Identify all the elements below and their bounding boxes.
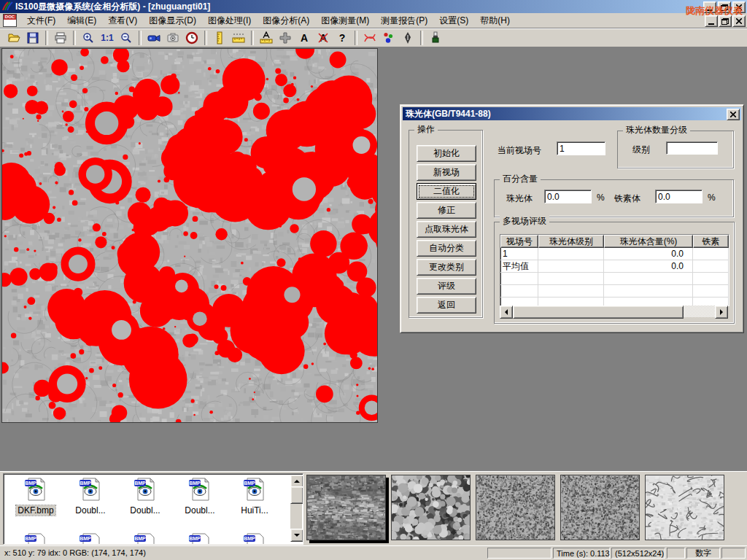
thumbnail-2[interactable]: [391, 475, 471, 540]
table-row[interactable]: 平均值 0.0: [500, 260, 729, 273]
menu-image-process[interactable]: 图像处理(I): [202, 13, 257, 28]
svg-text:BMP: BMP: [189, 481, 201, 486]
col-pearlite-level[interactable]: 珠光体级别: [538, 235, 604, 248]
menu-image-analysis[interactable]: 图像分析(A): [257, 13, 315, 28]
move-button[interactable]: [276, 30, 295, 47]
return-button[interactable]: 返回: [417, 297, 476, 314]
menu-file[interactable]: 文件(F): [21, 13, 61, 28]
pearlite-percent-input[interactable]: [544, 190, 592, 203]
menu-image-display[interactable]: 图像显示(D): [143, 13, 202, 28]
dialog-close-button[interactable]: [727, 109, 740, 120]
scrollbar-thumb[interactable]: [290, 486, 303, 504]
scroll-left-button[interactable]: [500, 306, 513, 319]
file-item[interactable]: BMP DKF.bmp: [9, 477, 62, 516]
actual-size-button[interactable]: 1:1: [98, 30, 117, 47]
menu-view[interactable]: 查看(V): [102, 13, 143, 28]
cell-ferrite: [693, 248, 729, 260]
col-ferrite[interactable]: 铁素: [693, 235, 729, 248]
minimize-button[interactable]: [703, 1, 716, 13]
pick-pearlite-button[interactable]: 点取珠光体: [417, 221, 476, 238]
grade-button[interactable]: 评级: [417, 278, 476, 295]
grading-table[interactable]: 视场号 珠光体级别 珠光体含量(%) 铁素 1 0.0 平均值 0.0: [500, 234, 729, 306]
menu-settings[interactable]: 设置(S): [433, 13, 474, 28]
scroll-right-button[interactable]: [715, 306, 728, 319]
thumbnail-1[interactable]: [306, 475, 386, 540]
calibration-button[interactable]: [257, 30, 276, 47]
file-item[interactable]: BMP Doubl...: [64, 477, 117, 516]
move-cross-icon: [279, 31, 292, 44]
file-list-scrollbar[interactable]: [290, 475, 302, 542]
scroll-down-button[interactable]: [290, 529, 303, 542]
snapshot-button[interactable]: [163, 30, 182, 47]
file-name[interactable]: DKF.bmp: [16, 505, 55, 516]
help-button[interactable]: ?: [333, 30, 352, 47]
binarize-button[interactable]: 二值化: [417, 183, 476, 200]
print-icon: [54, 31, 67, 44]
document-icon: DOC: [3, 14, 17, 27]
initialize-button[interactable]: 初始化: [417, 145, 476, 162]
correct-button[interactable]: 修正: [417, 202, 476, 219]
timer-button[interactable]: [182, 30, 201, 47]
restore-button[interactable]: [718, 1, 731, 13]
file-item[interactable]: BMP Doubl...: [174, 477, 226, 516]
scrollbar-track[interactable]: [684, 306, 715, 317]
brush-tool-button[interactable]: [426, 30, 445, 47]
print-button[interactable]: [51, 30, 70, 47]
zoom-out-button[interactable]: [117, 30, 136, 47]
multi-field-group-label: 多视场评级: [500, 216, 549, 226]
ferrite-percent-input[interactable]: [655, 190, 703, 203]
close-button[interactable]: [732, 1, 746, 13]
vertical-ruler-button[interactable]: [210, 30, 229, 47]
thumbnail-3[interactable]: [476, 475, 555, 540]
bmp-file-icon: BMP: [78, 532, 103, 545]
delete-annotation-button[interactable]: A: [314, 30, 333, 47]
menu-image-measure[interactable]: 图像测量(M): [315, 13, 375, 28]
mdi-restore-button[interactable]: [719, 15, 732, 27]
dialog-title: 珠光体(GB/T9441-88): [406, 108, 491, 120]
save-button[interactable]: [23, 30, 42, 47]
curve-tool-button[interactable]: [360, 30, 379, 47]
svg-text:BMP: BMP: [80, 536, 91, 541]
thumbnail-4[interactable]: [560, 475, 640, 540]
phase-classify-button[interactable]: [379, 30, 398, 47]
scrollbar-thumb[interactable]: [513, 306, 684, 319]
file-item[interactable]: BMP: [174, 532, 226, 545]
file-item[interactable]: BMP: [228, 532, 281, 545]
thumbnail-5[interactable]: [645, 475, 724, 540]
pearlite-dialog: 珠光体(GB/T9441-88) 操作 初始化 新视场 二值化 修正 点取珠光体…: [400, 104, 744, 333]
text-annotation-button[interactable]: A: [295, 30, 314, 47]
file-item[interactable]: BMP HuiTi...: [228, 477, 281, 516]
file-name[interactable]: Doubl...: [128, 505, 161, 516]
current-field-input[interactable]: [557, 141, 605, 155]
file-name[interactable]: Doubl...: [183, 505, 216, 516]
change-class-button[interactable]: 更改类别: [417, 259, 476, 276]
file-item[interactable]: BMP: [119, 532, 171, 545]
file-name[interactable]: HuiTi...: [239, 505, 270, 516]
col-field-number[interactable]: 视场号: [500, 235, 538, 248]
col-pearlite-content[interactable]: 珠光体含量(%): [604, 235, 693, 248]
file-item[interactable]: BMP: [64, 532, 117, 545]
open-button[interactable]: [4, 30, 23, 47]
menu-help[interactable]: 帮助(H): [474, 13, 516, 28]
mdi-minimize-button[interactable]: [705, 15, 718, 27]
level-input[interactable]: [666, 141, 718, 155]
menu-edit[interactable]: 编辑(E): [61, 13, 102, 28]
new-field-button[interactable]: 新视场: [417, 164, 476, 181]
pen-tool-button[interactable]: [398, 30, 417, 47]
zoom-in-button[interactable]: [79, 30, 98, 47]
horizontal-ruler-button[interactable]: [229, 30, 248, 47]
table-row[interactable]: 1 0.0: [500, 248, 729, 260]
menu-measure-report[interactable]: 测量报告(P): [375, 13, 433, 28]
bmp-file-icon: BMP: [133, 477, 158, 502]
status-bar: x: 510 y: 79 idx: 0 RGB: (174, 174, 174)…: [0, 545, 747, 560]
auto-classify-button[interactable]: 自动分类: [417, 240, 476, 257]
file-item[interactable]: BMP Doubl...: [119, 477, 171, 516]
video-capture-button[interactable]: [144, 30, 163, 47]
svg-text:BMP: BMP: [25, 481, 36, 486]
file-item[interactable]: BMP: [9, 532, 62, 545]
file-name[interactable]: Doubl...: [74, 505, 107, 516]
metallograph-image[interactable]: [1, 48, 378, 423]
table-horizontal-scrollbar[interactable]: [500, 306, 728, 317]
mdi-close-button[interactable]: [732, 15, 746, 27]
file-listbox[interactable]: BMP DKF.bmp BMP Doubl...: [3, 473, 303, 545]
